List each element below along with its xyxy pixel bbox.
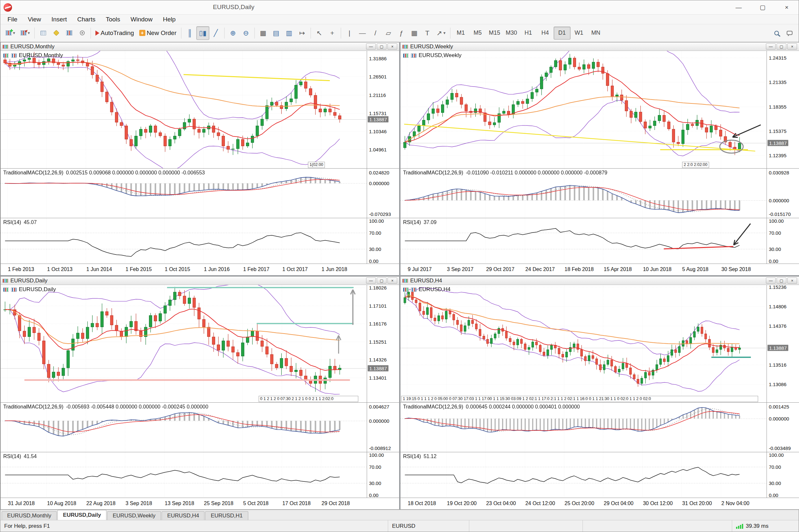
zoom-out-button[interactable]: ⊖ [239, 26, 253, 40]
price-chart-canvas[interactable] [400, 51, 766, 168]
rsi-panel[interactable]: RSI(14)51.12 100.0070.0030.000.00 [400, 452, 799, 498]
macd-canvas[interactable] [400, 169, 766, 218]
text-button[interactable]: T [421, 26, 434, 40]
menu-window[interactable]: Window [125, 16, 158, 23]
chart-window-titlebar[interactable]: EURUSD,H4 — ▢ × [400, 277, 799, 285]
chart-restore-button[interactable]: ▢ [377, 278, 386, 284]
autotrading-button[interactable]: AutoTrading [93, 26, 137, 40]
time-axis[interactable]: 31 Jul 201810 Aug 201822 Aug 20183 Sep 2… [1, 498, 399, 510]
chart-window-titlebar[interactable]: EURUSD,Weekly — ▢ × [400, 42, 799, 51]
strategy-tester-button[interactable] [76, 26, 89, 40]
window-restore-button[interactable]: ▢ [751, 0, 775, 14]
menu-file[interactable]: File [2, 16, 23, 23]
tile-windows-button[interactable]: ▦ [257, 26, 270, 40]
price-panel[interactable]: EURUSD,H4 1 19:15 0 1 1 1 2 0 05:00 0 07… [400, 285, 799, 402]
timeframe-m30-button[interactable]: M30 [503, 26, 520, 40]
horizontal-line-button[interactable]: — [356, 26, 369, 40]
market-watch-button[interactable] [37, 26, 50, 40]
title-bar[interactable]: EURUSD,Daily — ▢ × [0, 0, 799, 15]
menu-tools[interactable]: Tools [101, 16, 125, 23]
chat-button[interactable] [783, 26, 796, 40]
timeframe-h1-button[interactable]: H1 [520, 26, 537, 40]
price-chart-canvas[interactable] [1, 285, 366, 402]
chart-window-titlebar[interactable]: EURUSD,Monthly — ▢ × [1, 42, 399, 51]
macd-panel[interactable]: TraditionalMACD(12,26,9)0.000645 0.00024… [400, 403, 799, 452]
timeframe-d1-button[interactable]: D1 [553, 26, 570, 40]
chart-close-button[interactable]: × [387, 278, 397, 284]
chart-minimize-button[interactable]: — [366, 278, 376, 284]
zoom-in-button[interactable]: ⊕ [226, 26, 239, 40]
search-button[interactable] [770, 26, 783, 40]
price-panel[interactable]: EURUSD,Weekly 2 2:0 2:02:00 1.243151.213… [400, 51, 799, 168]
timeframe-mn-button[interactable]: MN [587, 26, 604, 40]
vertical-line-button[interactable]: | [343, 26, 356, 40]
navigator-button[interactable] [62, 26, 76, 40]
rsi-canvas[interactable] [1, 218, 366, 264]
timeframe-m5-button[interactable]: M5 [469, 26, 486, 40]
arrange-cascade-button[interactable]: ▥ [283, 26, 296, 40]
chart-shift-button[interactable]: ↦ [296, 26, 309, 40]
price-panel[interactable]: EURUSD,Daily 0 1 2 1 2 0 07:30 2 1 2 1 0… [1, 285, 399, 402]
price-axis[interactable]: 1.243151.213351.183551.153751.123951.138… [766, 51, 799, 168]
chart-minimize-button[interactable]: — [366, 43, 376, 50]
timeframe-m1-button[interactable]: M1 [452, 26, 469, 40]
menu-help[interactable]: Help [158, 16, 181, 23]
chart-restore-button[interactable]: ▢ [377, 43, 386, 50]
time-axis[interactable]: 9 Jul 20173 Sep 201729 Oct 201724 Dec 20… [400, 264, 799, 276]
chart-close-button[interactable]: × [387, 43, 397, 50]
rsi-panel[interactable]: RSI(14)45.07 100.0070.0030.000.00 [1, 218, 399, 264]
timeframe-h4-button[interactable]: H4 [537, 26, 553, 40]
price-chart-canvas[interactable] [1, 51, 366, 168]
rsi-canvas[interactable] [400, 218, 766, 264]
grid-button[interactable]: ▦ [408, 26, 421, 40]
chart-minimize-button[interactable]: — [766, 43, 776, 50]
data-window-button[interactable] [50, 26, 62, 40]
menu-insert[interactable]: Insert [46, 16, 72, 23]
time-axis[interactable]: 18 Oct 201819 Oct 20:0023 Oct 04:0024 Oc… [400, 498, 799, 510]
arrange-tile-button[interactable]: ▤ [270, 26, 283, 40]
chart-close-button[interactable]: × [787, 43, 797, 50]
candlestick-chart-button[interactable]: ▯▮ [196, 26, 209, 40]
price-axis[interactable]: 1.152361.148061.143761.135161.130861.138… [766, 285, 799, 402]
line-chart-button[interactable]: ╱ [209, 26, 222, 40]
rsi-canvas[interactable] [400, 452, 766, 498]
macd-panel[interactable]: TraditionalMACD(12,26,9)-0.005693 -0.005… [1, 403, 399, 452]
timeframe-w1-button[interactable]: W1 [570, 26, 587, 40]
tab-eurusd-h1[interactable]: EURUSD,H1 [205, 511, 248, 520]
bar-chart-button[interactable]: ║ [183, 26, 196, 40]
time-axis[interactable]: 1 Feb 20131 Oct 20131 Jun 20141 Feb 2015… [1, 264, 399, 276]
rsi-panel[interactable]: RSI(14)37.09 100.0070.0030.000.00 [400, 218, 799, 264]
tab-eurusd-weekly[interactable]: EURUSD,Weekly [107, 511, 161, 520]
profiles-button[interactable]: ▾ [18, 26, 33, 40]
price-chart-canvas[interactable] [400, 285, 766, 402]
status-connection[interactable]: 39.39 ms [732, 520, 799, 532]
trendline-button[interactable]: / [369, 26, 382, 40]
new-order-button[interactable]: +New Order [137, 26, 179, 40]
crosshair-button[interactable]: + [326, 26, 339, 40]
new-chart-button[interactable]: ▾ [3, 26, 18, 40]
tab-eurusd-monthly[interactable]: EURUSD,Monthly [2, 511, 57, 520]
chart-minimize-button[interactable]: — [766, 278, 776, 284]
cursor-button[interactable]: ↖ [313, 26, 326, 40]
fibonacci-button[interactable]: ƒ [395, 26, 408, 40]
macd-canvas[interactable] [1, 403, 366, 452]
rsi-panel[interactable]: RSI(14)41.54 100.0070.0030.000.00 [1, 452, 399, 498]
menu-view[interactable]: View [23, 16, 47, 23]
timeframe-m15-button[interactable]: M15 [486, 26, 503, 40]
rsi-canvas[interactable] [1, 452, 366, 498]
chart-window-titlebar[interactable]: EURUSD,Daily — ▢ × [1, 277, 399, 285]
arrows-button[interactable]: ↗▾ [434, 26, 448, 40]
macd-panel[interactable]: TraditionalMACD(12,26,9)-0.011090 -0.010… [400, 169, 799, 218]
price-axis[interactable]: 1.318861.265011.211161.157311.103461.049… [367, 51, 399, 168]
chart-close-button[interactable]: × [787, 278, 797, 284]
macd-canvas[interactable] [400, 403, 766, 452]
window-minimize-button[interactable]: — [727, 0, 751, 14]
equidistant-channel-button[interactable]: ▱ [382, 26, 395, 40]
price-panel[interactable]: EURUSD,Monthly 1(02:00 1.318861.265011.2… [1, 51, 399, 168]
price-axis[interactable]: 1.180261.171011.161761.152511.143261.134… [367, 285, 399, 402]
macd-canvas[interactable] [1, 169, 366, 218]
tab-eurusd-h4[interactable]: EURUSD,H4 [162, 511, 204, 520]
window-close-button[interactable]: × [775, 0, 799, 14]
status-symbol[interactable]: EURUSD [388, 520, 469, 532]
tab-eurusd-daily[interactable]: EURUSD,Daily [57, 510, 106, 520]
